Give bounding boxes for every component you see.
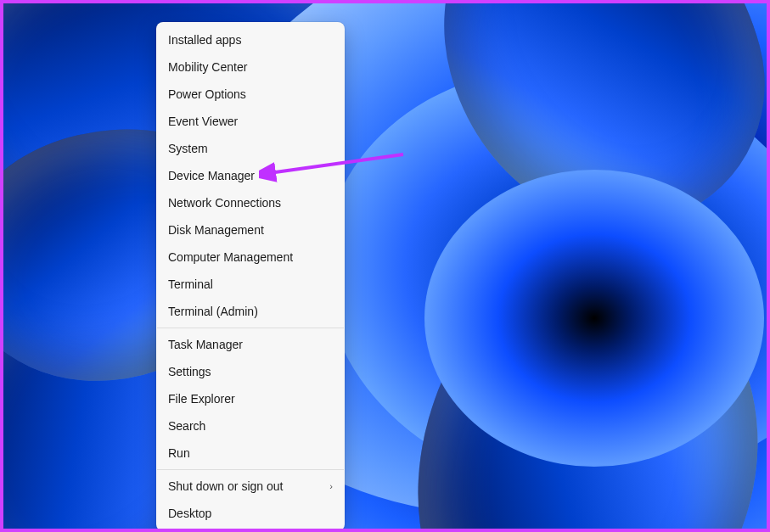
menu-item-label: File Explorer <box>168 392 235 406</box>
menu-item-disk-management[interactable]: Disk Management <box>156 216 345 244</box>
menu-item-shutdown-signout[interactable]: Shut down or sign out› <box>156 473 345 500</box>
menu-item-search[interactable]: Search <box>156 412 345 440</box>
menu-divider <box>157 469 344 470</box>
winx-context-menu: Installed appsMobility CenterPower Optio… <box>156 22 345 531</box>
menu-item-label: Desktop <box>168 507 211 520</box>
menu-item-system[interactable]: System <box>156 135 345 162</box>
desktop-wallpaper <box>0 0 770 532</box>
menu-item-installed-apps[interactable]: Installed apps <box>156 26 345 53</box>
menu-divider <box>157 328 344 328</box>
menu-item-computer-management[interactable]: Computer Management <box>156 244 345 271</box>
menu-item-label: Mobility Center <box>168 60 247 74</box>
menu-item-label: Device Manager <box>168 169 255 182</box>
menu-item-label: Disk Management <box>168 223 264 237</box>
menu-item-label: Terminal <box>168 277 213 291</box>
menu-item-terminal[interactable]: Terminal <box>156 271 345 298</box>
menu-item-file-explorer[interactable]: File Explorer <box>156 385 345 412</box>
menu-item-network-connections[interactable]: Network Connections <box>156 189 345 216</box>
menu-item-label: Event Viewer <box>168 115 238 128</box>
menu-item-label: Search <box>168 419 205 433</box>
menu-item-label: Task Manager <box>168 338 243 351</box>
menu-item-power-options[interactable]: Power Options <box>156 81 345 108</box>
chevron-right-icon: › <box>329 481 333 491</box>
menu-item-label: Shut down or sign out <box>168 479 283 493</box>
menu-item-label: System <box>168 142 208 155</box>
menu-item-label: Network Connections <box>168 196 281 210</box>
menu-item-label: Settings <box>168 365 211 378</box>
menu-item-desktop[interactable]: Desktop <box>156 500 345 527</box>
menu-item-task-manager[interactable]: Task Manager <box>156 331 345 358</box>
menu-item-label: Power Options <box>168 87 246 101</box>
menu-item-mobility-center[interactable]: Mobility Center <box>156 53 345 81</box>
menu-item-terminal-admin[interactable]: Terminal (Admin) <box>156 298 345 325</box>
menu-item-label: Computer Management <box>168 250 293 264</box>
menu-item-settings[interactable]: Settings <box>156 358 345 385</box>
menu-item-label: Terminal (Admin) <box>168 305 258 318</box>
menu-item-event-viewer[interactable]: Event Viewer <box>156 108 345 135</box>
menu-item-label: Installed apps <box>168 33 241 47</box>
menu-item-label: Run <box>168 446 190 460</box>
menu-item-device-manager[interactable]: Device Manager <box>156 162 345 189</box>
menu-item-run[interactable]: Run <box>156 440 345 467</box>
